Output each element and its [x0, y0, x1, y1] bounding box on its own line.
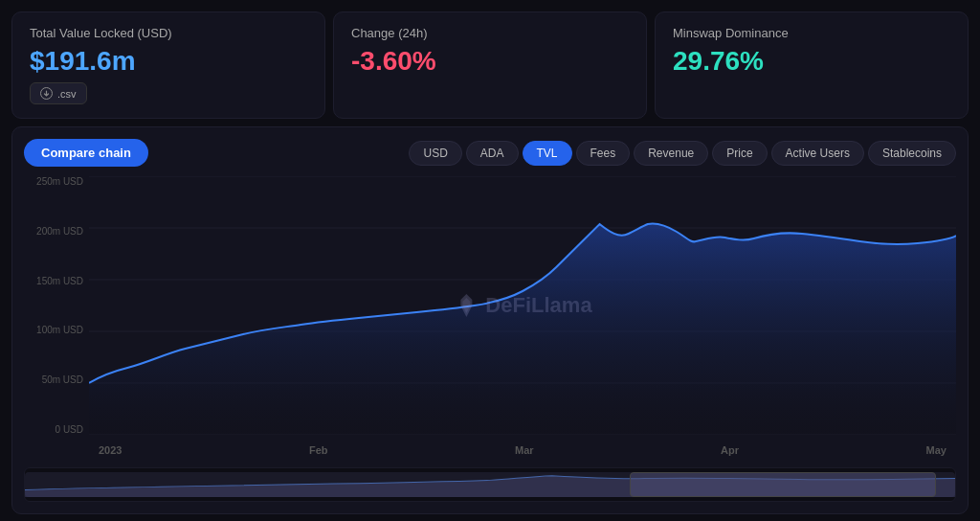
scroll-handle[interactable] — [630, 472, 936, 497]
tab-usd[interactable]: USD — [409, 141, 461, 166]
tab-active-users[interactable]: Active Users — [771, 141, 864, 166]
change-label: Change (24h) — [351, 26, 629, 40]
dominance-card: Minswap Dominance 29.76% — [655, 11, 969, 119]
dominance-value: 29.76% — [673, 46, 950, 77]
scroll-bar[interactable] — [24, 467, 956, 502]
x-label-may: May — [926, 444, 947, 456]
y-label-250: 250m USD — [24, 176, 89, 187]
tvl-value: $191.6m — [30, 46, 307, 77]
compare-chain-button[interactable]: Compare chain — [24, 139, 148, 167]
tab-group: USD ADA TVL Fees Revenue Price Active Us… — [409, 141, 956, 166]
x-label-2023: 2023 — [99, 444, 122, 456]
main-section: Compare chain USD ADA TVL Fees Revenue P… — [11, 126, 969, 514]
csv-label: .csv — [57, 88, 77, 100]
top-section: Total Value Locked (USD) $191.6m .csv Ch… — [0, 0, 980, 126]
change-value: -3.60% — [351, 46, 629, 77]
controls-row: Compare chain USD ADA TVL Fees Revenue P… — [24, 139, 956, 167]
csv-button[interactable]: .csv — [30, 82, 87, 104]
tab-stablecoins[interactable]: Stablecoins — [868, 141, 956, 166]
y-axis: 250m USD 200m USD 150m USD 100m USD 50m … — [24, 176, 89, 435]
chart-area: 250m USD 200m USD 150m USD 100m USD 50m … — [24, 176, 956, 464]
x-label-feb: Feb — [309, 444, 328, 456]
tvl-label: Total Value Locked (USD) — [30, 26, 307, 40]
main-chart-svg — [89, 176, 956, 435]
tab-revenue[interactable]: Revenue — [634, 141, 708, 166]
csv-icon — [40, 87, 53, 100]
tab-price[interactable]: Price — [712, 141, 767, 166]
y-label-50: 50m USD — [24, 374, 89, 385]
tab-fees[interactable]: Fees — [576, 141, 631, 166]
x-axis: 2023 Feb Mar Apr May — [89, 444, 956, 456]
tab-tvl[interactable]: TVL — [523, 141, 572, 166]
dominance-label: Minswap Dominance — [673, 26, 950, 40]
tab-ada[interactable]: ADA — [466, 141, 519, 166]
y-label-150: 150m USD — [24, 276, 89, 286]
chart-svg-container: DeFiLlama — [89, 176, 956, 435]
change-card: Change (24h) -3.60% — [333, 11, 647, 119]
y-label-200: 200m USD — [24, 226, 89, 237]
y-label-100: 100m USD — [24, 325, 89, 335]
tvl-card: Total Value Locked (USD) $191.6m .csv — [11, 11, 325, 119]
y-label-0: 0 USD — [24, 424, 89, 435]
x-label-mar: Mar — [515, 444, 534, 456]
x-label-apr: Apr — [721, 444, 739, 456]
